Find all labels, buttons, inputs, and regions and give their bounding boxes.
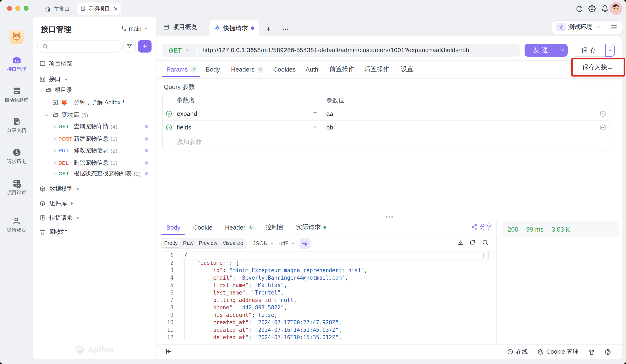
caret-right-icon[interactable]: [71, 202, 73, 205]
tree-item-api[interactable]: GET查询宠物详情(4): [33, 121, 117, 132]
save-dropdown-toggle[interactable]: [605, 44, 615, 57]
avatar[interactable]: [609, 2, 622, 15]
collapse-sidebar-icon[interactable]: [165, 348, 172, 355]
chevron-right-icon[interactable]: [53, 124, 57, 129]
sidebar-section-快捷请求[interactable]: 快捷请求: [33, 212, 79, 224]
theme-button[interactable]: [588, 348, 595, 355]
rail-item-project-settings[interactable]: 项目设置: [0, 179, 33, 196]
rail-item-request-history[interactable]: 请求历史: [0, 148, 33, 165]
request-tab-Params[interactable]: Params2: [166, 60, 197, 78]
search-input[interactable]: [37, 40, 122, 52]
request-tab-Body[interactable]: Body: [206, 60, 220, 78]
request-tab-后置操作[interactable]: 后置操作: [364, 60, 389, 78]
send-dropdown-chevron[interactable]: [557, 48, 568, 53]
chevron-right-icon[interactable]: [53, 148, 57, 153]
method-select[interactable]: GET: [162, 47, 197, 54]
close-window-button[interactable]: [7, 6, 12, 11]
filter-button[interactable]: [123, 40, 136, 52]
tab-quick-request-label: 快捷请求: [223, 24, 248, 32]
request-tab-Cookies[interactable]: Cookies: [273, 60, 296, 78]
format-select[interactable]: JSON: [253, 238, 274, 248]
chevron-right-icon[interactable]: [53, 171, 57, 176]
tree-item[interactable]: 宠物店(5): [33, 109, 88, 121]
search-response-button[interactable]: [482, 239, 488, 246]
help-button[interactable]: [604, 349, 611, 355]
cookie-manager[interactable]: Cookie 管理: [537, 348, 579, 356]
caret-right-icon[interactable]: [77, 216, 79, 220]
response-tab-Header[interactable]: Header8: [225, 220, 255, 234]
view-option-Pretty[interactable]: Pretty: [162, 239, 180, 248]
zoom-window-button[interactable]: [24, 6, 29, 11]
rail-item-invite-members[interactable]: 邀请成员: [0, 216, 33, 233]
team-logo[interactable]: [9, 30, 24, 44]
response-tab-控制台[interactable]: 控制台: [266, 220, 284, 234]
code-scrollbar[interactable]: [483, 253, 484, 258]
url-input[interactable]: http://127.0.0.1:3658/m1/589286-554381-d…: [198, 47, 469, 54]
splitter-handle-icon[interactable]: [156, 216, 622, 218]
wrap-lines-button[interactable]: [300, 238, 310, 248]
request-tab-前置操作[interactable]: 前置操作: [330, 60, 354, 78]
sidebar-section-回收站[interactable]: 回收站: [33, 226, 67, 238]
tree-item-api[interactable]: GET根据状态查找宠物列表(2): [33, 168, 141, 179]
chevron-right-icon[interactable]: [53, 136, 57, 141]
gear-icon[interactable]: [588, 5, 596, 12]
tab-quick-request[interactable]: 快捷请求: [209, 20, 259, 36]
branch-selector[interactable]: main: [121, 25, 148, 32]
hamburger-menu-icon[interactable]: [606, 24, 622, 30]
response-tab-实际请求[interactable]: 实际请求: [296, 220, 326, 234]
param-name-input[interactable]: fields: [177, 124, 191, 131]
tree-item[interactable]: 🦊一分钟，了解 Apifox！: [33, 97, 126, 108]
add-api-button[interactable]: [138, 40, 152, 52]
sidebar-section-组件库[interactable]: 组件库: [33, 198, 73, 209]
view-option-Preview[interactable]: Preview: [196, 239, 220, 248]
response-body-viewer[interactable]: 1{2 "customer": {3 "id": "minim Excepteu…: [161, 251, 496, 339]
tree-item[interactable]: 项目概览: [33, 58, 72, 69]
chevron-down-icon[interactable]: [44, 113, 48, 117]
caret-down-icon[interactable]: [64, 78, 68, 80]
close-project-tab-icon[interactable]: [113, 6, 118, 11]
bell-icon[interactable]: [601, 5, 609, 12]
tree-item-api[interactable]: DEL删除宠物信息(1): [33, 157, 117, 168]
param-enabled-icon[interactable]: [165, 124, 172, 131]
param-enabled-icon[interactable]: [165, 110, 172, 117]
tree-item[interactable]: 根目录: [33, 84, 72, 96]
sidebar-section-数据模型[interactable]: 数据模型: [33, 183, 79, 195]
remove-param-icon[interactable]: [599, 110, 606, 117]
param-value-input[interactable]: bb: [326, 124, 333, 131]
view-option-Raw[interactable]: Raw: [181, 239, 196, 248]
download-response-button[interactable]: [457, 239, 464, 246]
add-param-row[interactable]: 添加参数: [162, 134, 609, 151]
minimize-window-button[interactable]: [15, 6, 20, 11]
response-tab-Body[interactable]: Body: [166, 220, 180, 234]
rail-item-auto-testing[interactable]: 自动化测试: [0, 86, 33, 103]
request-tab-设置[interactable]: 设置: [401, 60, 413, 78]
tab-more-button[interactable]: [282, 28, 289, 31]
tree-item-api[interactable]: PUT修改宠物信息(2): [33, 145, 117, 156]
share-link[interactable]: 分享: [471, 223, 492, 231]
request-tab-Headers[interactable]: Headers7: [231, 60, 264, 78]
caret-right-icon[interactable]: [77, 187, 79, 191]
send-button[interactable]: 发 送: [525, 44, 568, 57]
param-name-input[interactable]: expand: [177, 110, 197, 117]
param-value-input[interactable]: aa: [326, 110, 333, 117]
tab-project-overview[interactable]: 项目概览: [163, 23, 197, 31]
project-tab[interactable]: 示例项目: [77, 2, 121, 15]
view-option-Visualize[interactable]: Visualize: [220, 239, 246, 248]
tree-item-api[interactable]: POST新建宠物信息(1): [33, 133, 117, 145]
online-status[interactable]: 在线: [507, 348, 528, 356]
response-tab-Cookie[interactable]: Cookie: [193, 220, 212, 234]
encoding-select[interactable]: utf8: [279, 238, 295, 248]
refresh-icon[interactable]: [576, 5, 583, 12]
save-button-main[interactable]: 保 存: [572, 44, 605, 57]
copy-response-button[interactable]: [469, 239, 475, 245]
remove-param-icon[interactable]: [599, 124, 606, 131]
environment-selector[interactable]: 测试环境: [568, 23, 592, 31]
main-window-tab[interactable]: 主窗口: [42, 3, 72, 15]
chevron-right-icon[interactable]: [53, 161, 57, 165]
chevron-down-icon: [144, 26, 148, 31]
new-tab-button[interactable]: [265, 26, 272, 32]
rail-item-api-management[interactable]: 接口管理: [0, 55, 33, 72]
tree-item[interactable]: 接口: [33, 74, 68, 85]
rail-item-share-docs[interactable]: 分享文档: [0, 117, 33, 133]
request-tab-Auth[interactable]: Auth: [306, 60, 318, 78]
